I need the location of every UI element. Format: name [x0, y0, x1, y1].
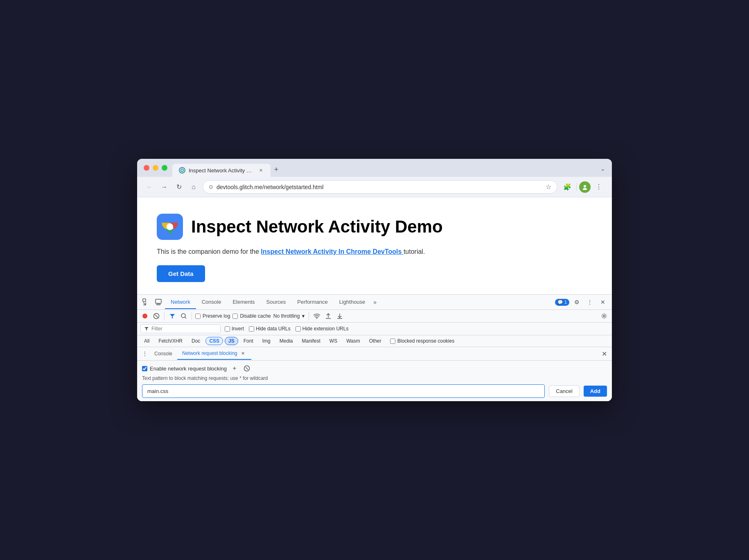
- badge-icon: 💬: [557, 300, 563, 305]
- throttle-arrow-icon[interactable]: ▼: [301, 314, 305, 318]
- forward-button[interactable]: →: [158, 181, 170, 193]
- svg-point-3: [583, 188, 587, 190]
- nrb-header: Enable network request blocking +: [142, 364, 607, 373]
- nrb-panel: Enable network request blocking + Text p…: [137, 361, 612, 401]
- type-filter-fetchxhr[interactable]: Fetch/XHR: [155, 337, 186, 345]
- nrb-pattern-input[interactable]: [142, 384, 545, 398]
- devtools-close-button[interactable]: ✕: [597, 295, 609, 309]
- search-button[interactable]: [179, 312, 188, 321]
- console-badge[interactable]: 💬 1: [555, 299, 569, 306]
- enable-nrb-checkbox-group[interactable]: Enable network request blocking: [142, 366, 227, 372]
- type-filter-other[interactable]: Other: [365, 337, 385, 345]
- hide-ext-urls-checkbox[interactable]: [296, 326, 301, 332]
- panel-menu-button[interactable]: ⋮: [140, 347, 149, 360]
- hide-data-urls-label[interactable]: Hide data URLs: [249, 326, 291, 332]
- address-bar[interactable]: ⊙ devtools.glitch.me/network/getstarted.…: [203, 180, 557, 194]
- nrb-tab-close-button[interactable]: ✕: [240, 350, 246, 357]
- bottom-panel-tabs: ⋮ Console Network request blocking ✕ ✕: [137, 347, 612, 361]
- tab-sources[interactable]: Sources: [261, 296, 292, 309]
- preserve-log-checkbox[interactable]: [195, 314, 201, 319]
- get-data-button[interactable]: Get Data: [157, 265, 205, 282]
- tab-close-button[interactable]: ✕: [257, 167, 264, 174]
- type-filter-font[interactable]: Font: [240, 337, 257, 345]
- back-button[interactable]: ←: [144, 181, 155, 193]
- inspect-element-button[interactable]: [140, 295, 152, 309]
- tab-elements[interactable]: Elements: [227, 296, 260, 309]
- close-traffic-light[interactable]: [144, 165, 149, 171]
- bottom-panel-close-button[interactable]: ✕: [600, 347, 609, 360]
- panel-tab-console[interactable]: Console: [149, 348, 177, 359]
- extensions-button[interactable]: 🧩: [561, 181, 574, 194]
- tab-lighthouse[interactable]: Lighthouse: [334, 296, 371, 309]
- nav-actions: 🧩 ⋮: [561, 181, 605, 194]
- type-filter-doc[interactable]: Doc: [188, 337, 204, 345]
- type-filter-js[interactable]: JS: [225, 337, 238, 345]
- tab-console[interactable]: Console: [196, 296, 227, 309]
- blocked-cookies-text: Blocked response cookies: [397, 338, 454, 344]
- new-tab-button[interactable]: +: [271, 164, 282, 175]
- blocked-cookies-label[interactable]: Blocked response cookies: [390, 338, 454, 344]
- filter-toggle-button[interactable]: [168, 312, 177, 321]
- network-toolbar: Preserve log Disable cache No throttling…: [137, 310, 612, 323]
- toolbar-separator-3: [309, 312, 309, 320]
- preserve-log-checkbox-group[interactable]: Preserve log: [195, 313, 230, 319]
- svg-line-19: [185, 317, 186, 318]
- type-filters-bar: All Fetch/XHR Doc CSS JS Font Img Media …: [137, 335, 612, 347]
- filter-input-group[interactable]: [140, 324, 221, 333]
- type-filter-img[interactable]: Img: [259, 337, 274, 345]
- tab-favicon: [179, 167, 185, 174]
- profile-button[interactable]: [579, 181, 591, 193]
- tutorial-link[interactable]: Inspect Network Activity In Chrome DevTo…: [261, 248, 404, 255]
- tab-network[interactable]: Network: [165, 296, 196, 309]
- type-filter-ws[interactable]: WS: [326, 337, 341, 345]
- browser-window: Inspect Network Activity Dem ✕ + ⌄ ← → ↻…: [137, 159, 612, 401]
- type-filter-wasm[interactable]: Wasm: [343, 337, 364, 345]
- preserve-log-label: Preserve log: [203, 313, 230, 319]
- wifi-icon: [312, 312, 321, 321]
- tabs-area: Inspect Network Activity Dem ✕ + ⌄: [172, 164, 605, 177]
- invert-checkbox[interactable]: [225, 326, 230, 332]
- type-filter-media[interactable]: Media: [276, 337, 297, 345]
- disable-cache-checkbox-group[interactable]: Disable cache: [232, 313, 271, 319]
- disable-cache-checkbox[interactable]: [232, 314, 238, 319]
- svg-line-8: [143, 303, 146, 305]
- nrb-clear-button[interactable]: [242, 364, 251, 373]
- toolbar-separator-2: [192, 312, 192, 320]
- tab-dropdown-button[interactable]: ⌄: [600, 165, 605, 172]
- devtools-right-actions: 💬 1 ⚙ ⋮ ✕: [555, 295, 609, 309]
- tab-performance[interactable]: Performance: [291, 296, 333, 309]
- minimize-traffic-light[interactable]: [153, 165, 158, 171]
- maximize-traffic-light[interactable]: [162, 165, 167, 171]
- bookmark-icon[interactable]: ☆: [546, 183, 551, 191]
- hide-ext-urls-label[interactable]: Hide extension URLs: [296, 326, 349, 332]
- active-tab[interactable]: Inspect Network Activity Dem ✕: [172, 164, 271, 177]
- clear-button[interactable]: [152, 312, 161, 321]
- home-button[interactable]: ⌂: [188, 181, 199, 193]
- filter-input[interactable]: [151, 326, 217, 332]
- svg-point-20: [316, 318, 317, 319]
- nrb-add-button[interactable]: Add: [584, 386, 607, 397]
- menu-button[interactable]: ⋮: [592, 181, 605, 194]
- page-header: Inspect Network Activity Demo: [157, 214, 592, 240]
- refresh-button[interactable]: ↻: [173, 181, 185, 193]
- invert-label[interactable]: Invert: [225, 326, 244, 332]
- devtools-settings-button[interactable]: ⚙: [571, 295, 582, 309]
- traffic-lights: [144, 165, 167, 176]
- devtools-more-button[interactable]: ⋮: [584, 295, 596, 309]
- type-filter-css[interactable]: CSS: [205, 337, 223, 345]
- disable-cache-label: Disable cache: [240, 313, 271, 319]
- device-toolbar-button[interactable]: [153, 295, 164, 309]
- type-filter-all[interactable]: All: [140, 337, 153, 345]
- hide-data-urls-checkbox[interactable]: [249, 326, 254, 332]
- panel-tab-nrb[interactable]: Network request blocking ✕: [177, 348, 251, 360]
- record-button[interactable]: [140, 312, 149, 321]
- network-settings-button[interactable]: [600, 312, 609, 321]
- more-tabs-button[interactable]: »: [371, 296, 379, 309]
- description-suffix-text: tutorial.: [404, 248, 425, 255]
- nrb-add-pattern-button[interactable]: +: [230, 364, 239, 373]
- enable-nrb-checkbox[interactable]: [142, 366, 147, 371]
- type-filter-manifest[interactable]: Manifest: [298, 337, 324, 345]
- blocked-cookies-checkbox[interactable]: [390, 339, 395, 344]
- svg-point-14: [142, 314, 147, 318]
- nrb-cancel-button[interactable]: Cancel: [549, 385, 579, 397]
